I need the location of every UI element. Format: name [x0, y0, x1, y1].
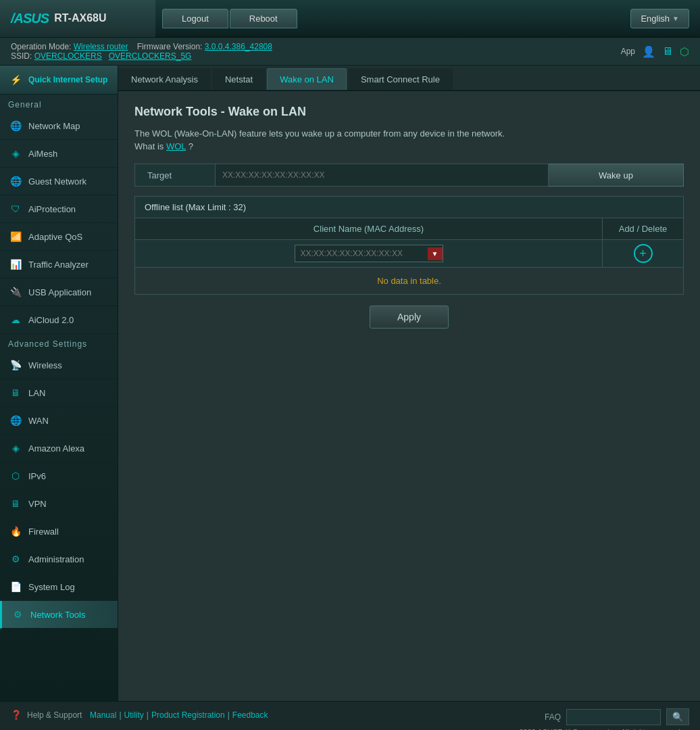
- sidebar-item-guest-network[interactable]: 🌐 Guest Network: [0, 168, 118, 195]
- ssid-5g[interactable]: OVERCLOCKERS_5G: [109, 51, 192, 61]
- general-section-label: General: [0, 95, 118, 112]
- sidebar-item-system-log[interactable]: 📄 System Log: [0, 573, 118, 601]
- aiprotection-icon: 🛡: [8, 201, 23, 216]
- administration-icon: ⚙: [8, 552, 23, 566]
- faq-search-button[interactable]: 🔍: [666, 708, 689, 725]
- add-client-button[interactable]: +: [634, 244, 653, 263]
- sidebar-item-aicloud[interactable]: ☁ AiCloud 2.0: [0, 306, 118, 334]
- content-area: Network Analysis Netstat Wake on LAN Sma…: [118, 66, 700, 701]
- adaptive-qos-icon: 📶: [8, 229, 23, 244]
- ssid-2g[interactable]: OVERCLOCKERS: [34, 51, 102, 61]
- sidebar-item-wan[interactable]: 🌐 WAN: [0, 407, 118, 435]
- traffic-analyzer-icon: 📊: [8, 257, 23, 272]
- sidebar-item-usb-application[interactable]: 🔌 USB Application: [0, 278, 118, 306]
- firmware-label: Firmware Version:: [137, 42, 203, 51]
- sidebar-item-ipv6[interactable]: ⬡ IPv6: [0, 462, 118, 490]
- monitor-icon[interactable]: 🖥: [662, 45, 673, 57]
- faq-search-input[interactable]: [566, 709, 661, 725]
- apply-button[interactable]: Apply: [370, 306, 449, 328]
- page-content: Network Tools - Wake on LAN The WOL (Wak…: [118, 91, 700, 342]
- sidebar-item-adaptive-qos[interactable]: 📶 Adaptive QoS: [0, 223, 118, 251]
- sidebar-label-system-log: System Log: [28, 582, 75, 592]
- wol-link[interactable]: WOL: [166, 141, 186, 151]
- reboot-button[interactable]: Reboot: [230, 9, 297, 28]
- sidebar-item-traffic-analyzer[interactable]: 📊 Traffic Analyzer: [0, 251, 118, 278]
- client-mac-input[interactable]: [295, 245, 428, 262]
- footer: ❓ Help & Support Manual | Utility | Prod…: [0, 701, 700, 730]
- wireless-icon: 📡: [8, 358, 23, 372]
- add-delete-column-header: Add / Delete: [602, 218, 683, 239]
- sidebar-label-network-map: Network Map: [28, 121, 80, 131]
- sidebar-label-aiprotection: AiProtection: [28, 204, 76, 214]
- ipv6-icon: ⬡: [8, 468, 23, 483]
- target-input[interactable]: [216, 164, 549, 187]
- offline-list-table: Client Name (MAC Address) Add / Delete ▼…: [134, 218, 684, 295]
- sidebar-item-firewall[interactable]: 🔥 Firewall: [0, 518, 118, 545]
- feedback-link[interactable]: Feedback: [232, 710, 268, 720]
- sidebar-label-aimesh: AiMesh: [28, 149, 57, 159]
- network-tools-icon: ⚙: [10, 607, 25, 622]
- wake-up-button[interactable]: Wake up: [549, 164, 684, 187]
- wol-question: What is WOL ?: [134, 141, 684, 151]
- logout-button[interactable]: Logout: [162, 9, 228, 28]
- sidebar-item-network-tools[interactable]: ⚙ Network Tools: [0, 601, 118, 629]
- sidebar-item-amazon-alexa[interactable]: ◈ Amazon Alexa: [0, 435, 118, 462]
- sidebar-label-lan: LAN: [28, 388, 45, 398]
- firewall-icon: 🔥: [8, 524, 23, 539]
- dropdown-arrow-icon[interactable]: ▼: [428, 247, 443, 260]
- target-label: Target: [134, 164, 216, 187]
- sidebar-label-guest-network: Guest Network: [28, 176, 86, 187]
- sidebar-item-aiprotection[interactable]: 🛡 AiProtection: [0, 195, 118, 223]
- app-label: App: [621, 47, 635, 56]
- lan-icon: 🖥: [8, 385, 23, 400]
- tab-smart-connect-rule[interactable]: Smart Connect Rule: [348, 68, 453, 90]
- chevron-down-icon: ▼: [672, 15, 679, 22]
- amazon-alexa-icon: ◈: [8, 441, 23, 456]
- tab-netstat[interactable]: Netstat: [212, 68, 266, 90]
- person-icon[interactable]: 👤: [642, 45, 655, 58]
- table-input-row: ▼ +: [135, 240, 683, 268]
- footer-links: ❓ Help & Support Manual | Utility | Prod…: [11, 710, 268, 720]
- faq-label: FAQ: [545, 712, 561, 722]
- sidebar-item-aimesh[interactable]: ◈ AiMesh: [0, 140, 118, 168]
- sidebar-label-usb-application: USB Application: [28, 287, 91, 297]
- sidebar-label-aicloud: AiCloud 2.0: [28, 315, 74, 325]
- sidebar-item-network-map[interactable]: 🌐 Network Map: [0, 112, 118, 140]
- tab-wake-on-lan[interactable]: Wake on LAN: [267, 68, 347, 90]
- system-log-icon: 📄: [8, 579, 23, 594]
- language-label: English: [641, 14, 670, 24]
- network-map-icon: 🌐: [8, 118, 23, 133]
- client-select-wrapper: ▼: [295, 245, 443, 262]
- sidebar-item-wireless[interactable]: 📡 Wireless: [0, 351, 118, 379]
- tab-network-analysis[interactable]: Network Analysis: [118, 68, 211, 90]
- utility-link[interactable]: Utility: [124, 710, 144, 720]
- page-title: Network Tools - Wake on LAN: [134, 105, 684, 119]
- client-name-column-header: Client Name (MAC Address): [135, 218, 602, 239]
- ssid-label: SSID:: [11, 51, 32, 61]
- description: The WOL (Wake-On-LAN) feature lets you w…: [134, 128, 684, 139]
- sidebar-label-amazon-alexa: Amazon Alexa: [28, 443, 84, 454]
- vpn-icon: 🖥: [8, 496, 23, 511]
- top-bar: /ASUS RT-AX68U Logout Reboot English ▼: [0, 0, 700, 38]
- manual-link[interactable]: Manual: [90, 710, 116, 720]
- sidebar-item-vpn[interactable]: 🖥 VPN: [0, 490, 118, 518]
- sidebar-label-wireless: Wireless: [28, 360, 62, 370]
- sidebar-label-traffic-analyzer: Traffic Analyzer: [28, 260, 89, 270]
- sidebar-item-lan[interactable]: 🖥 LAN: [0, 379, 118, 407]
- quick-setup-icon: ⚡: [8, 72, 23, 87]
- asus-logo: /ASUS: [11, 11, 49, 26]
- sidebar-label-adaptive-qos: Adaptive QoS: [28, 232, 82, 242]
- client-input-cell: ▼: [135, 241, 602, 266]
- operation-mode-value[interactable]: Wireless router: [74, 42, 128, 51]
- sidebar-item-administration[interactable]: ⚙ Administration: [0, 545, 118, 573]
- firmware-value[interactable]: 3.0.0.4.386_42808: [205, 42, 272, 51]
- usb-application-icon: 🔌: [8, 285, 23, 299]
- table-header: Client Name (MAC Address) Add / Delete: [135, 218, 683, 240]
- quick-internet-setup-button[interactable]: ⚡ Quick Internet Setup: [0, 66, 118, 95]
- product-registration-link[interactable]: Product Registration: [151, 710, 225, 720]
- info-bar-right: App 👤 🖥 ⬡: [621, 45, 689, 58]
- faq-area: FAQ 🔍: [545, 708, 689, 725]
- language-button[interactable]: English ▼: [630, 9, 689, 28]
- usb-icon[interactable]: ⬡: [680, 45, 689, 58]
- sidebar-label-ipv6: IPv6: [28, 471, 46, 481]
